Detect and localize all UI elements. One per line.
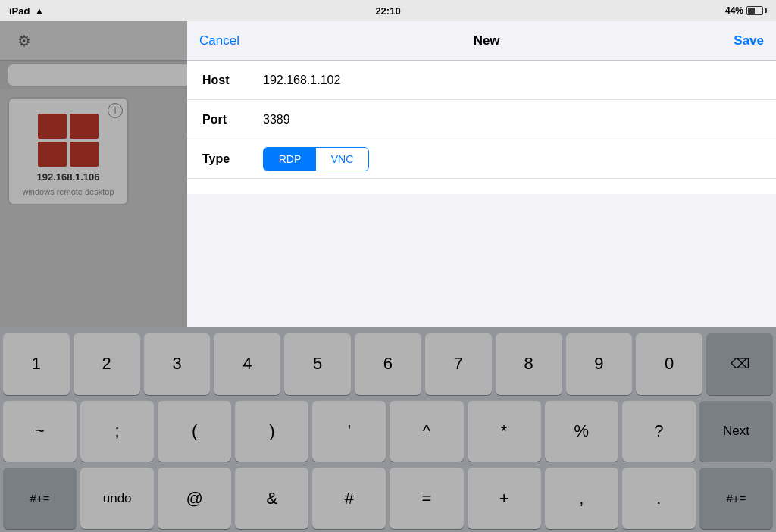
- wifi-icon: ▲: [34, 5, 44, 17]
- port-label: Port: [202, 113, 263, 127]
- type-row: Type RDP VNC: [187, 139, 776, 179]
- modal-gray-area: [187, 194, 776, 327]
- status-time: 22:10: [375, 5, 400, 17]
- port-value: 3389: [263, 113, 290, 127]
- type-label: Type: [202, 152, 263, 166]
- rdp-option[interactable]: RDP: [264, 148, 316, 171]
- status-bar: iPad ▲ 22:10 44%: [0, 0, 776, 21]
- host-label: Host: [202, 74, 263, 87]
- modal-form: Host Port 3389 Type RDP VNC: [187, 61, 776, 194]
- device-label: iPad: [9, 5, 30, 17]
- status-right: 44%: [725, 5, 767, 16]
- battery-icon: [746, 6, 767, 15]
- vnc-option[interactable]: VNC: [316, 148, 368, 171]
- type-segmented-control[interactable]: RDP VNC: [263, 147, 369, 171]
- status-left: iPad ▲: [9, 5, 44, 17]
- new-connection-modal: Cancel New Save Host Port 3389 Type RDP: [187, 21, 776, 327]
- host-input[interactable]: [263, 74, 761, 87]
- host-row: Host: [187, 61, 776, 100]
- modal-title: New: [474, 33, 500, 49]
- save-button[interactable]: Save: [734, 33, 764, 49]
- cancel-button[interactable]: Cancel: [199, 33, 239, 49]
- battery-percent: 44%: [725, 5, 743, 16]
- modal-nav: Cancel New Save: [187, 21, 776, 61]
- app-background: ⚙ +: [0, 21, 776, 532]
- port-row: Port 3389: [187, 100, 776, 139]
